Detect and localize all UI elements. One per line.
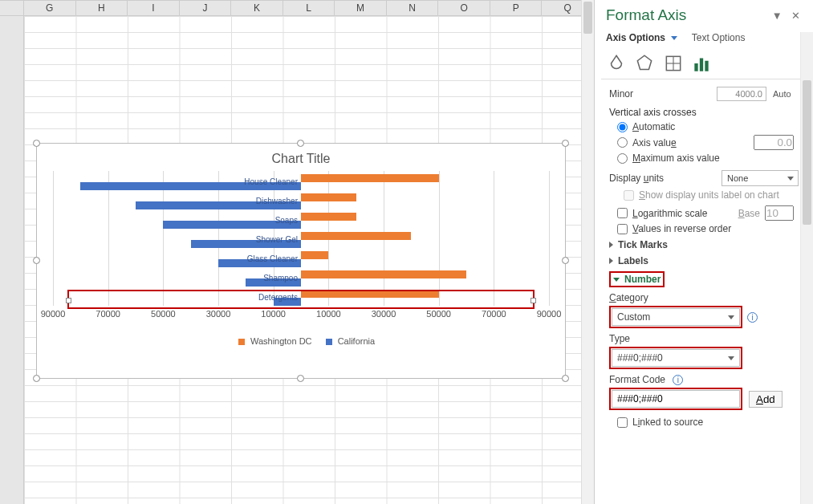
radio-axis-value[interactable]: Axis value [617, 135, 799, 150]
crosses-heading: Vertical axis crosses [609, 107, 799, 118]
col-header[interactable]: G [24, 1, 76, 15]
info-icon[interactable]: i [673, 375, 683, 385]
minor-unit-input[interactable] [717, 87, 766, 101]
add-button[interactable]: Add [749, 391, 783, 408]
panel-header: Format Axis ▼ ✕ [595, 0, 813, 27]
col-header[interactable]: P [490, 1, 543, 15]
radio-automatic[interactable]: Automatic [617, 121, 799, 132]
resize-handle[interactable] [562, 375, 569, 382]
chart-legend[interactable]: Washington DC California [37, 331, 565, 349]
panel-menu-button[interactable]: ▼ [769, 10, 786, 22]
display-units-select[interactable]: None [722, 170, 799, 186]
col-header[interactable]: K [231, 1, 283, 15]
acc-labels[interactable]: Labels [609, 255, 799, 266]
radio-axis-value-input[interactable] [617, 137, 628, 148]
bar-series1[interactable] [301, 251, 328, 259]
triangle-right-icon [609, 258, 613, 264]
axis-tick-label: 10000 [261, 309, 286, 319]
axis-options-icon[interactable] [691, 53, 712, 71]
axis-tick-label: 50000 [151, 309, 176, 319]
triangle-down-icon [613, 278, 620, 282]
axis-tick-label: 90000 [41, 309, 66, 319]
category-label: Dishwasher [256, 197, 298, 205]
show-units-check[interactable]: Show display units label on chart [624, 189, 799, 201]
category-label: Soaps [275, 216, 298, 225]
category-select[interactable]: Custom [612, 308, 740, 326]
resize-handle[interactable] [33, 375, 40, 382]
col-header[interactable]: J [180, 1, 232, 15]
reverse-order-check[interactable]: Values in reverse order [617, 223, 799, 234]
effects-icon[interactable] [634, 53, 655, 71]
panel-body: Minor Auto Vertical axis crosses Automat… [595, 86, 813, 428]
radio-automatic-input[interactable] [617, 122, 628, 132]
x-axis-tick-labels[interactable]: 9000070000500003000010000100003000050000… [53, 309, 549, 322]
axis-tick-label: 70000 [482, 309, 506, 319]
panel-close-button[interactable]: ✕ [788, 10, 803, 22]
bar-series1[interactable] [301, 174, 439, 182]
resize-handle[interactable] [297, 375, 304, 382]
panel-tabs: Axis Options Text Options [595, 27, 813, 50]
resize-handle[interactable] [562, 140, 569, 147]
row-gutter [0, 16, 24, 504]
col-header[interactable]: M [335, 1, 387, 15]
acc-tick-label: Tick Marks [618, 239, 668, 250]
header-stub [0, 1, 24, 15]
acc-tick-marks[interactable]: Tick Marks [609, 239, 799, 250]
linked-to-source-check[interactable]: Linked to source [617, 417, 799, 428]
tab-axis-options[interactable]: Axis Options [606, 32, 677, 43]
log-scale-checkbox[interactable] [617, 208, 628, 218]
axis-tick-label: 30000 [372, 309, 396, 319]
category-label: House Cleaner [244, 177, 298, 186]
info-icon[interactable]: i [747, 312, 758, 323]
panel-icon-row [595, 50, 813, 79]
bar-series1[interactable] [301, 232, 411, 240]
chart-title[interactable]: Chart Title [37, 144, 565, 171]
fill-line-icon[interactable] [606, 53, 627, 71]
radio-max-axis-input[interactable] [617, 153, 628, 164]
col-header[interactable]: H [76, 1, 128, 15]
chart-object[interactable]: Chart Title House CleanerDishwasherSoaps… [36, 143, 566, 379]
axis-sel-handle[interactable] [66, 298, 71, 303]
bar-series1[interactable] [301, 213, 356, 221]
bar-series1[interactable] [301, 193, 356, 201]
radio-automatic-label: utomatic [639, 121, 675, 132]
col-header[interactable]: N [387, 1, 439, 15]
legend-swatch-series1 [238, 339, 245, 345]
log-scale-check[interactable]: Logarithmic scale Base [617, 205, 799, 221]
col-header[interactable]: O [438, 1, 490, 15]
axis-sel-handle[interactable] [530, 298, 536, 303]
panel-scrollbar[interactable] [800, 32, 813, 504]
tab-text-options[interactable]: Text Options [692, 32, 746, 43]
chart-bars: House CleanerDishwasherSoapsShower GelGl… [53, 174, 549, 303]
col-header[interactable]: L [283, 1, 335, 15]
reverse-order-checkbox[interactable] [617, 224, 628, 234]
sheet-scrollbar[interactable] [581, 0, 594, 504]
linked-to-source-checkbox[interactable] [617, 417, 628, 428]
col-header[interactable]: I [128, 1, 180, 15]
chart-plot-area[interactable]: House CleanerDishwasherSoapsShower GelGl… [53, 171, 549, 331]
chart-category-row: Shower Gel [53, 232, 549, 248]
chart-category-row: Shampoo [53, 270, 549, 287]
bar-series1[interactable] [301, 270, 466, 278]
panel-title: Format Axis [606, 6, 769, 24]
minor-label: Minor [609, 88, 717, 100]
format-code-input[interactable] [617, 391, 734, 407]
axis-value-input[interactable] [754, 135, 794, 150]
resize-handle[interactable] [33, 140, 40, 147]
legend-label-series1: Washington DC [250, 336, 312, 346]
resize-handle[interactable] [33, 257, 40, 264]
log-base-input[interactable] [765, 205, 794, 221]
panel-scrollbar-thumb[interactable] [803, 80, 811, 225]
scrollbar-thumb[interactable] [583, 2, 592, 34]
size-properties-icon[interactable] [663, 53, 684, 71]
format-code-input-wrap [612, 390, 740, 408]
acc-number[interactable]: Number [609, 271, 799, 287]
triangle-right-icon [609, 242, 613, 248]
format-code-label: Format Code [609, 374, 665, 385]
resize-handle[interactable] [297, 140, 304, 147]
type-select[interactable]: ###0;###0 [612, 349, 740, 367]
resize-handle[interactable] [562, 257, 569, 264]
category-label: Shampoo [263, 274, 298, 282]
radio-max-axis[interactable]: Maximum axis value [617, 152, 799, 164]
axis-tick-label: 90000 [537, 309, 562, 319]
